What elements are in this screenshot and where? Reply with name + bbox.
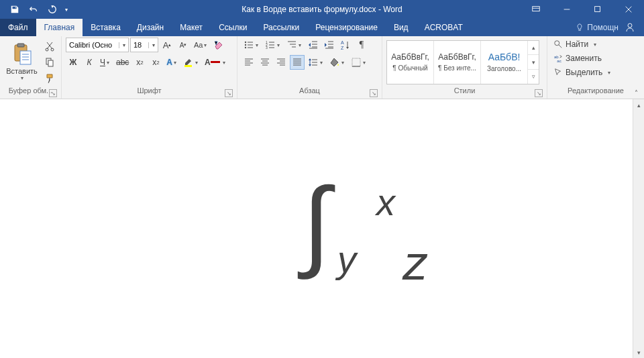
group-paragraph-label: Абзац (299, 86, 320, 95)
tab-references[interactable]: Ссылки (211, 19, 255, 36)
share-button[interactable] (623, 20, 637, 35)
scroll-down[interactable]: ▾ (633, 347, 644, 358)
paste-label: Вставить (6, 67, 38, 75)
borders-button[interactable]: ▾ (349, 55, 369, 70)
multilevel-list-button[interactable]: ▾ (284, 38, 305, 52)
font-launcher[interactable]: ↘ (225, 89, 233, 97)
bold-button[interactable]: Ж (66, 55, 80, 70)
svg-rect-0 (533, 7, 540, 11)
styles-launcher[interactable]: ↘ (535, 89, 543, 97)
decrease-font-button[interactable]: A▾ (176, 38, 191, 52)
replace-button[interactable]: abac Заменить (551, 52, 604, 65)
maximize-button[interactable] (582, 0, 613, 19)
svg-text:ac: ac (557, 58, 561, 63)
maximize-icon (593, 5, 602, 14)
numbering-button[interactable]: 123▾ (263, 38, 283, 52)
tab-view[interactable]: Вид (386, 19, 417, 36)
font-name-dropdown[interactable]: ▾ (119, 42, 128, 48)
style-normal[interactable]: АаБбВвГг, ¶ Обычный (387, 41, 434, 84)
align-left-button[interactable] (241, 55, 256, 70)
align-right-button[interactable] (274, 55, 288, 70)
tab-review[interactable]: Рецензирование (307, 19, 386, 36)
svg-rect-19 (352, 58, 360, 66)
text-effects-button[interactable]: A▾ (164, 55, 180, 70)
svg-rect-9 (48, 60, 53, 66)
italic-button[interactable]: К (82, 55, 97, 70)
search-icon (553, 40, 563, 49)
qat-customize[interactable]: ▾ (62, 0, 71, 19)
line-spacing-button[interactable]: ▾ (306, 55, 326, 70)
group-clipboard: Вставить ▾ Буфер обм...↘ (0, 36, 62, 99)
collapse-ribbon[interactable]: ˄ (631, 88, 641, 97)
save-icon (10, 5, 19, 14)
find-button[interactable]: Найти▾ (551, 38, 600, 51)
integral-body: z (403, 235, 427, 290)
tab-acrobat[interactable]: ACROBAT (417, 19, 471, 36)
tab-home[interactable]: Главная (36, 19, 83, 36)
shading-button[interactable]: ▾ (327, 55, 347, 70)
font-size-combo[interactable]: ▾ (130, 38, 158, 52)
font-name-combo[interactable]: ▾ (66, 38, 129, 52)
tab-file[interactable]: Файл (0, 19, 36, 36)
tell-me[interactable]: Помощн (575, 23, 619, 32)
styles-expand[interactable]: ▿ (528, 69, 539, 84)
equation-object[interactable]: ∫ x y z (303, 183, 330, 263)
subscript-button[interactable]: x2 (132, 55, 147, 70)
select-button[interactable]: Выделить▾ (551, 66, 614, 79)
style-no-spacing[interactable]: АаБбВвГг, ¶ Без инте... (434, 41, 481, 84)
redo-button[interactable] (43, 0, 62, 19)
align-center-button[interactable] (258, 55, 272, 70)
strikethrough-button[interactable]: abc (114, 55, 131, 70)
font-color-button[interactable]: A▾ (203, 55, 229, 70)
cut-icon (44, 41, 55, 52)
justify-button[interactable] (290, 55, 305, 70)
paragraph-launcher[interactable]: ↘ (370, 89, 378, 97)
copy-button[interactable] (42, 55, 57, 70)
style-heading1[interactable]: АаБбВ! Заголово... (481, 41, 528, 84)
titlebar: ▾ Как в Ворде вставить формулу.docx - Wo… (0, 0, 644, 19)
bullets-icon (244, 40, 254, 50)
increase-indent-button[interactable] (322, 38, 337, 52)
font-name-input[interactable] (66, 41, 119, 49)
sort-button[interactable]: AZ (338, 38, 353, 52)
tab-mailings[interactable]: Рассылки (255, 19, 307, 36)
align-right-icon (276, 57, 286, 68)
clipboard-launcher[interactable]: ↘ (49, 89, 57, 97)
group-styles-label: Стили (454, 86, 476, 95)
increase-font-button[interactable]: A▴ (160, 38, 174, 52)
vertical-scrollbar[interactable]: ▴ ▾ (633, 99, 644, 358)
tell-me-label: Помощн (587, 23, 619, 32)
tab-insert[interactable]: Вставка (83, 19, 129, 36)
redo-icon (48, 5, 57, 14)
tab-layout[interactable]: Макет (172, 19, 211, 36)
styles-scroll-up[interactable]: ▴ (528, 41, 539, 55)
font-size-input[interactable] (131, 41, 148, 49)
svg-point-12 (245, 44, 246, 46)
styles-scroll-down[interactable]: ▾ (528, 54, 539, 69)
paste-button[interactable]: Вставить ▾ (4, 40, 40, 84)
lightbulb-icon (575, 23, 584, 32)
highlight-button[interactable]: ▾ (181, 55, 201, 70)
format-painter-button[interactable] (42, 71, 57, 86)
close-button[interactable] (613, 0, 644, 19)
change-case-button[interactable]: Aa▾ (192, 38, 210, 52)
bullets-button[interactable]: ▾ (241, 38, 262, 52)
decrease-indent-button[interactable] (306, 38, 321, 52)
tab-design[interactable]: Дизайн (129, 19, 172, 36)
align-center-icon (260, 57, 270, 68)
underline-button[interactable]: Ч▾ (98, 55, 113, 70)
show-marks-button[interactable]: ¶ (354, 38, 369, 52)
svg-point-13 (245, 47, 246, 48)
clear-formatting-button[interactable] (211, 38, 226, 52)
save-button[interactable] (5, 0, 24, 19)
group-paragraph: ▾ 123▾ ▾ AZ ¶ ▾ ▾ ▾ Абзац↘ (237, 36, 382, 99)
superscript-button[interactable]: x2 (148, 55, 163, 70)
ribbon-display-options[interactable] (521, 0, 551, 19)
styles-gallery[interactable]: АаБбВвГг, ¶ Обычный АаБбВвГг, ¶ Без инте… (386, 40, 539, 84)
font-size-dropdown[interactable]: ▾ (148, 42, 158, 48)
undo-button[interactable] (24, 0, 43, 19)
document-page[interactable]: ∫ x y z (0, 99, 633, 358)
minimize-button[interactable] (551, 0, 582, 19)
cut-button[interactable] (42, 39, 57, 54)
scroll-up[interactable]: ▴ (633, 99, 644, 111)
